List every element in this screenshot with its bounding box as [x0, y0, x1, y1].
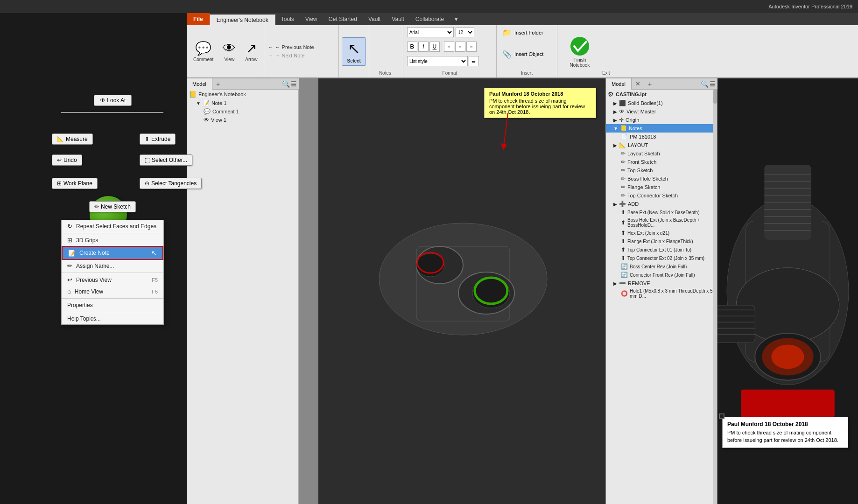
app-title: Autodesk Inventor Professional 2019 — [768, 4, 852, 9]
insert-folder-btn[interactable]: 📁 Insert Folder — [500, 27, 553, 38]
finish-notebook-button[interactable]: FinishNotebook — [563, 32, 597, 70]
rt-top-connector-sketch[interactable]: ✏ Top Connector Sketch — [606, 191, 717, 200]
comment-icon: 💬 — [195, 41, 211, 56]
font-select[interactable]: Arial — [407, 27, 454, 37]
tab-collaborate[interactable]: Collaborate — [410, 13, 450, 25]
tab-view[interactable]: View — [300, 13, 323, 25]
ctx-home-view[interactable]: ⌂ Home View F6 — [62, 286, 163, 297]
origin-icon: ✛ — [619, 117, 624, 123]
select-icon: ↖ — [348, 40, 360, 57]
search-icon[interactable]: 🔍 — [282, 80, 290, 88]
ctx-previous-view[interactable]: ↩ Previous View F5 — [62, 274, 163, 286]
arrow-button[interactable]: ↗ Arrow — [241, 39, 261, 64]
align-center-button[interactable]: ≡ — [455, 42, 465, 52]
align-right-button[interactable]: ≡ — [466, 42, 477, 52]
add-folder-icon: ➕ — [619, 201, 626, 207]
extrude-button[interactable]: ⬆ Extrude — [140, 133, 176, 145]
arrow-icon: ↗ — [246, 41, 257, 56]
tab-file[interactable]: File — [187, 13, 210, 25]
ctx-repeat[interactable]: ↻ Repeat Select Faces and Edges — [62, 220, 163, 232]
ctx-3d-grips[interactable]: ⊞ 3D Grips — [62, 234, 163, 246]
next-note-btn[interactable]: → → Next Note — [268, 53, 335, 58]
comment-label: Comment — [193, 57, 213, 62]
rt-layout[interactable]: ▶ 📐 LAYOUT — [606, 141, 717, 149]
tree-view1[interactable]: 👁 View 1 — [187, 116, 298, 124]
rt-remove[interactable]: ▶ ➖ REMOVE — [606, 279, 717, 287]
tree-comment1[interactable]: 💬 Comment 1 — [187, 107, 298, 116]
right-tab-close[interactable]: ✕ — [632, 79, 644, 88]
tab-vault1[interactable]: Vault — [363, 13, 386, 25]
tab-engineers-notebook[interactable]: Engineer's Notebook — [210, 14, 275, 25]
rt-add[interactable]: ▶ ➕ ADD — [606, 200, 717, 208]
rt-hole1[interactable]: ⭕ Hole1 (M5x0.8 x 3 mm ThreadDepth x 5 m… — [606, 287, 717, 300]
rt-top-conn-ext2[interactable]: ⬆ Top Connector Ext 02 (Join x 35 mm) — [606, 254, 717, 262]
select-other-button[interactable]: ⬚ Select Other... — [140, 154, 192, 166]
rt-view-master[interactable]: ▶ 👁 View: Master — [606, 107, 717, 116]
insert-object-btn[interactable]: 📎 Insert Object — [500, 49, 553, 60]
ctx-assign-name[interactable]: ✏ Assign Name... — [62, 260, 163, 272]
work-plane-button[interactable]: ⊞ Work Plane — [52, 178, 98, 189]
tab-tools[interactable]: Tools — [275, 13, 300, 25]
look-at-button[interactable]: 👁 Look At — [94, 95, 132, 106]
comment-button[interactable]: 💬 Comment — [190, 39, 217, 64]
undo-button[interactable]: ↩ Undo — [52, 154, 82, 166]
svg-point-26 — [771, 344, 804, 369]
ctx-create-note[interactable]: 📝 Create Note ↖ — [62, 246, 163, 260]
remove-folder-icon: ➖ — [619, 280, 626, 287]
repeat-icon: ↻ — [67, 223, 72, 230]
top-conn-sketch-icon: ✏ — [621, 192, 626, 199]
list-btn1[interactable]: ☰ — [469, 56, 479, 66]
ctx-properties[interactable]: Properties — [62, 300, 163, 311]
view-tree-icon: 👁 — [204, 117, 209, 123]
boss-hole-icon: ✏ — [621, 175, 626, 182]
rt-notes[interactable]: ▼ 📒 Notes — [606, 124, 717, 133]
rt-boss-hole-sketch[interactable]: ✏ Boss Hole Sketch — [606, 175, 717, 183]
select-button[interactable]: ↖ Select — [342, 37, 366, 66]
font-size-select[interactable]: 12 — [456, 27, 474, 37]
rt-boss-center-rev[interactable]: 🔄 Boss Center Rev (Join Full) — [606, 262, 717, 271]
rt-front-sketch[interactable]: ✏ Front Sketch — [606, 158, 717, 166]
rt-boss-hole-ext[interactable]: ⬆ Boss Hole Ext (Join x BaseDepth + Boss… — [606, 217, 717, 229]
right-search-icon[interactable]: 🔍 — [701, 80, 709, 88]
view-button[interactable]: 👁 View — [219, 39, 239, 64]
rt-pm-181018[interactable]: 📄 PM 181018 — [606, 133, 717, 141]
select-tangencies-button[interactable]: ⊙ Select Tangencies — [140, 178, 202, 189]
rt-top-sketch[interactable]: ✏ Top Sketch — [606, 166, 717, 175]
new-sketch-button[interactable]: ✏ New Sketch — [89, 201, 136, 212]
tab-get-started[interactable]: Get Started — [323, 13, 363, 25]
rt-flange-ext[interactable]: ⬆ Flange Ext (Join x FlangeThick) — [606, 237, 717, 245]
menu-icon[interactable]: ☰ — [291, 80, 297, 88]
tab-add[interactable]: + — [212, 79, 224, 89]
rt-origin[interactable]: ▶ ✛ Origin — [606, 116, 717, 124]
tab-model[interactable]: Model — [187, 78, 212, 90]
work-plane-icon: ⊞ — [57, 180, 62, 187]
conn-front-icon: 🔄 — [621, 272, 628, 278]
bold-button[interactable]: B — [407, 42, 417, 52]
underline-button[interactable]: U — [429, 42, 440, 52]
note-callout-top: Paul Munford 18 October 2018 PM to check… — [484, 88, 596, 118]
right-tree-root[interactable]: ⚙ CASTING.ipt — [606, 90, 717, 99]
rt-flange-sketch[interactable]: ✏ Flange Sketch — [606, 183, 717, 191]
align-left-button[interactable]: ≡ — [444, 42, 454, 52]
rt-conn-front-rev[interactable]: 🔄 Connector Front Rev (Join Full) — [606, 271, 717, 279]
measure-button[interactable]: 📐 Measure — [52, 133, 93, 145]
rt-base-ext[interactable]: ⬆ Base Ext (New Solid x BaseDepth) — [606, 208, 717, 217]
rt-top-conn-ext1[interactable]: ⬆ Top Connector Ext 01 (Join To) — [606, 245, 717, 254]
rt-hex-ext[interactable]: ⬆ Hex Ext (Join x d21) — [606, 229, 717, 237]
right-menu-icon[interactable]: ☰ — [710, 80, 716, 88]
rt-layout-sketch[interactable]: ✏ Layout Sketch — [606, 149, 717, 158]
list-style-select[interactable]: List style — [407, 56, 468, 66]
italic-button[interactable]: I — [418, 42, 429, 52]
prev-note-btn[interactable]: ← ← Previous Note — [268, 44, 335, 50]
right-tab-add[interactable]: + — [644, 79, 655, 89]
ctx-help-topics[interactable]: Help Topics... — [62, 313, 163, 324]
right-tab-model[interactable]: Model — [606, 78, 632, 90]
callout-title-top: Paul Munford 18 October 2018 — [489, 91, 591, 97]
select-label: Select — [347, 58, 360, 63]
rt-solid-bodies[interactable]: ▶ ⬛ Solid Bodies(1) — [606, 99, 717, 107]
tree-note1[interactable]: ▼ 📝 Note 1 — [187, 99, 298, 107]
create-note-icon: 📝 — [68, 250, 76, 257]
finish-notebook-label: FinishNotebook — [570, 57, 590, 68]
tab-overflow[interactable]: ▼ — [450, 13, 463, 25]
tab-vault2[interactable]: Vault — [386, 13, 409, 25]
